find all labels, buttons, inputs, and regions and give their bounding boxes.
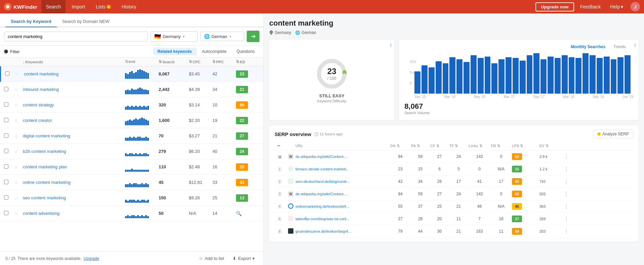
keyword-name[interactable]: content creator (23, 118, 125, 123)
star-icon[interactable]: ☆ (14, 164, 23, 170)
th-ev[interactable]: EV ⇅ (539, 144, 563, 148)
serp-row[interactable]: 6 gruenderszene.de/lexikon/begrif... 79 … (275, 225, 633, 238)
star-icon[interactable]: ☆ (14, 118, 23, 123)
upgrade-link[interactable]: Upgrade (84, 256, 99, 261)
serp-row[interactable]: 1 fomaco.de/wie-content-marketi... 23 15… (275, 163, 633, 175)
search-input[interactable] (8, 34, 144, 39)
serp-row[interactable]: 2 sem-deutschland.de/blog/conte... 42 34… (275, 175, 633, 188)
row-checkbox[interactable] (4, 87, 8, 91)
serp-url[interactable]: sem-deutschland.de/blog/conte... (295, 179, 390, 184)
keyword-name[interactable]: content marketing plan (23, 164, 125, 169)
serp-url[interactable]: de.wikipedia.org/wiki/Content-... (295, 155, 390, 159)
feedback-button[interactable]: Feedback (575, 4, 605, 9)
table-row[interactable]: ☆ seo content marketing 150 $9.26 25 13 (0, 190, 264, 206)
th-da[interactable]: DA ⇅ (390, 144, 410, 148)
analyze-serp-button[interactable]: Analyze SERP (593, 130, 633, 138)
info-icon[interactable]: ℹ (390, 42, 392, 48)
table-row[interactable]: ☆ content advertising 50 N/A 14 🔍 (0, 206, 264, 221)
th-cpc[interactable]: ⇅ CPC (189, 60, 212, 64)
keyword-name[interactable]: content strategy (23, 102, 125, 107)
table-row[interactable]: ☆ content marketing plan 110 $2.48 16 25 (0, 159, 264, 175)
more-options-icon[interactable]: ⋮ (564, 228, 572, 235)
add-to-list-button[interactable]: ☆ Add to list (196, 255, 227, 262)
country-select[interactable]: 🇩🇪 Germany ▾ (151, 31, 198, 42)
table-row[interactable]: ☆ b2b content marketing 279 $6.20 40 24 (0, 144, 264, 159)
th-search[interactable]: ⇅ Search (159, 60, 189, 64)
tab-related[interactable]: Related keywords (153, 48, 197, 55)
th-kd[interactable]: ⇅ KD (236, 60, 259, 64)
keyword-name[interactable]: b2b content marketing (23, 149, 125, 154)
th-pa[interactable]: PA ⇅ (411, 144, 430, 148)
table-row[interactable]: ☆ digital content marketing 70 $3.27 21 … (0, 128, 264, 144)
table-row[interactable]: ☆ inbound marketing 2,442 $4.39 34 21 (0, 82, 264, 97)
th-fb[interactable]: FB ⇅ (491, 144, 511, 148)
star-icon[interactable]: ☆ (14, 180, 23, 185)
trends-tab[interactable]: Trends (611, 44, 629, 50)
star-icon[interactable]: ☆ (14, 87, 23, 92)
nav-lists[interactable]: Lists 0 (91, 0, 116, 13)
serp-row[interactable]: ▦ W de.wikipedia.org/wiki/Content-... 94… (275, 151, 633, 163)
table-row[interactable]: ☆ content strategy 320 $3.14 10 56 (0, 97, 264, 113)
nav-history[interactable]: History (117, 0, 141, 13)
more-options-icon[interactable]: ⋮ (564, 166, 572, 172)
monthly-searches-tab[interactable]: Monthly Searches (568, 44, 608, 50)
star-icon[interactable]: ☆ (14, 102, 23, 108)
th-keywords[interactable]: ↓ Keywords (23, 60, 125, 64)
serp-url[interactable]: fomaco.de/wie-content-marketi... (295, 167, 390, 171)
row-checkbox[interactable] (4, 164, 8, 169)
keyword-name[interactable]: content advertising (23, 211, 125, 216)
tab-keyword[interactable]: Search by Keyword (5, 16, 57, 27)
keyword-name[interactable]: digital content marketing (23, 133, 125, 138)
tab-domain[interactable]: Search by Domain NEW (57, 16, 115, 27)
star-icon[interactable]: ☆ (14, 195, 23, 201)
filter-button[interactable]: Filter (4, 49, 20, 54)
row-checkbox[interactable] (4, 180, 8, 184)
serp-row[interactable]: 4 onlinemarketing.de/lexikon/defi... 55 … (275, 200, 633, 213)
tab-autocomplete[interactable]: Autocomplete (197, 48, 231, 55)
user-avatar[interactable]: J (631, 2, 640, 11)
language-select[interactable]: 🌐 German ▾ (200, 32, 244, 41)
serp-row[interactable]: 3 W de.wikipedia.org/wiki/Content-... 94… (275, 188, 633, 200)
star-icon[interactable]: ☆ (14, 211, 23, 216)
help-button[interactable]: Help ▾ (607, 4, 627, 9)
keyword-name[interactable]: inbound marketing (23, 87, 125, 92)
th-tf[interactable]: TF ⇅ (449, 144, 468, 148)
table-row[interactable]: ☆ online content marketing 45 $12.81 33 … (0, 175, 264, 190)
more-options-icon[interactable]: ⋮ (564, 203, 572, 210)
more-options-icon[interactable]: ⋮ (564, 191, 572, 197)
keyword-name[interactable]: content marketing (24, 71, 125, 76)
search-input-wrap[interactable] (4, 32, 148, 41)
th-cf[interactable]: CF ⇅ (430, 144, 449, 148)
keyword-name[interactable]: seo content marketing (23, 195, 125, 200)
serp-url[interactable]: onlinemarketing.de/lexikon/defi... (295, 204, 390, 208)
nav-import[interactable]: Import (67, 0, 90, 13)
serp-url[interactable]: gruenderszene.de/lexikon/begrif... (295, 229, 390, 233)
star-icon[interactable]: ☆ (14, 133, 23, 139)
th-lps[interactable]: LPS ⇅ (512, 144, 539, 148)
row-checkbox[interactable] (4, 195, 8, 200)
serp-row[interactable]: 5 takeoffpr.com/blog/was-ist-cont... 37 … (275, 213, 633, 225)
serp-url[interactable]: takeoffpr.com/blog/was-ist-cont... (295, 217, 390, 221)
more-options-icon[interactable]: ⋮ (564, 154, 572, 160)
th-ppc[interactable]: ⇅ PPC (212, 60, 236, 64)
more-options-icon[interactable]: ⋮ (564, 216, 572, 222)
more-options-icon[interactable]: ⋮ (564, 178, 572, 185)
table-row[interactable]: ☆ content marketing 8,067 $3.45 42 23 (0, 66, 264, 82)
row-checkbox[interactable] (4, 102, 8, 107)
chart-info-icon[interactable]: ℹ (634, 42, 636, 48)
row-checkbox[interactable] (4, 133, 8, 138)
row-checkbox[interactable] (4, 149, 8, 153)
serp-url[interactable]: de.wikipedia.org/wiki/Content-... (295, 192, 390, 196)
th-links[interactable]: Links ⇅ (469, 144, 490, 148)
table-row[interactable]: ☆ content creator 1,600 $2.20 19 22 (0, 113, 264, 128)
row-checkbox[interactable] (4, 211, 8, 215)
keyword-name[interactable]: online content marketing (23, 180, 125, 185)
star-icon[interactable]: ☆ (14, 149, 23, 154)
upgrade-button[interactable]: Upgrade now (535, 2, 574, 11)
export-button[interactable]: ⬇ Export ▾ (229, 255, 258, 262)
search-go-button[interactable]: ➔ (247, 31, 259, 42)
nav-search[interactable]: Search (41, 0, 66, 13)
row-checkbox[interactable] (5, 71, 9, 76)
row-checkbox[interactable] (4, 118, 8, 122)
star-icon[interactable]: ☆ (15, 71, 24, 77)
